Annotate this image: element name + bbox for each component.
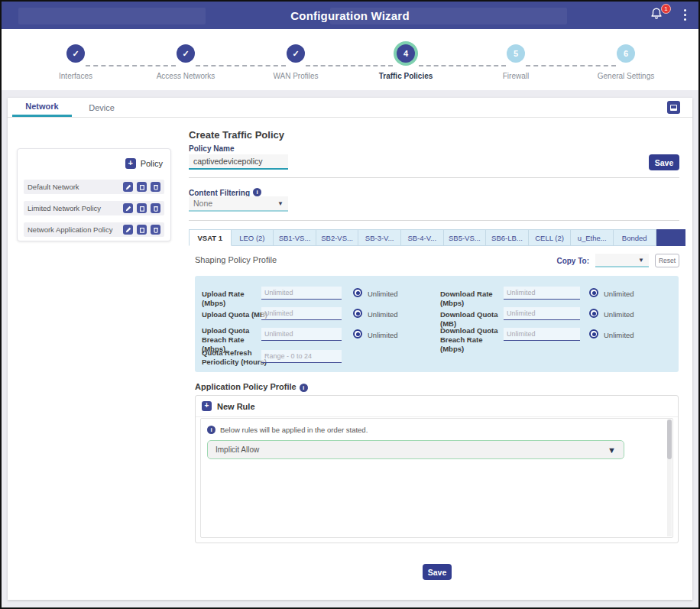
- step-label: Firewall: [470, 72, 562, 80]
- delete-icon[interactable]: [151, 203, 160, 213]
- reset-button[interactable]: Reset: [655, 254, 679, 267]
- copy-to-row: Copy To: ▼ Reset: [556, 254, 679, 267]
- scrollbar[interactable]: [667, 419, 672, 536]
- step-wan-profiles[interactable]: ✓ WAN Profiles: [250, 44, 342, 80]
- wan-tab-u-ethe[interactable]: u_Ethe...: [571, 229, 614, 246]
- upload-quota-breach-unlimited-radio[interactable]: [353, 329, 362, 339]
- download-quota-breach-rate-label: Download Quota Breach Rate (Mbps): [440, 326, 506, 354]
- policy-row-limited-network-policy[interactable]: Limited Network Policy: [24, 201, 164, 215]
- download-quota-input[interactable]: [504, 307, 580, 320]
- save-policy-button[interactable]: Save: [649, 154, 679, 170]
- chevron-down-icon: ▼: [608, 445, 616, 455]
- rule-value: Implicit Allow: [216, 445, 259, 454]
- unlimited-label: Unlimited: [368, 331, 398, 339]
- wan-tab-vsat-1[interactable]: VSAT 1: [189, 229, 232, 246]
- step-interfaces[interactable]: ✓ Interfaces: [30, 44, 122, 80]
- unlimited-label: Unlimited: [604, 310, 634, 319]
- policy-name-input[interactable]: [189, 154, 288, 170]
- notifications-button[interactable]: 1: [650, 7, 666, 24]
- copy-icon[interactable]: [137, 225, 147, 235]
- content-filtering-value: None: [193, 199, 212, 208]
- tab-device[interactable]: Device: [72, 98, 131, 117]
- step-check-icon: ✓: [287, 44, 305, 63]
- chevron-down-icon: ▼: [638, 257, 644, 264]
- add-policy-button[interactable]: + Policy: [125, 158, 163, 169]
- step-check-icon: ✓: [66, 44, 85, 63]
- content-filtering-select[interactable]: None ▼: [189, 196, 288, 212]
- delete-icon[interactable]: [151, 182, 160, 192]
- plus-icon: +: [125, 158, 136, 169]
- download-quota-breach-unlimited-radio[interactable]: [589, 329, 598, 339]
- rules-info-row: i Below rules will be applied in the ord…: [207, 426, 368, 434]
- wan-tab-sb4[interactable]: SB-4-V...: [401, 229, 444, 246]
- kebab-menu-icon[interactable]: [683, 9, 686, 23]
- create-traffic-policy-section: Create Traffic Policy Policy Name Save C…: [189, 98, 685, 600]
- shaping-policy-panel: Upload Rate (Mbps) Unlimited Download Ra…: [195, 276, 679, 372]
- download-rate-input[interactable]: [504, 287, 580, 300]
- notification-badge: 1: [661, 4, 671, 14]
- upload-rate-label: Upload Rate (Mbps): [202, 290, 267, 308]
- divider: [189, 220, 679, 221]
- tab-network[interactable]: Network: [12, 98, 72, 117]
- download-quota-unlimited-radio[interactable]: [589, 309, 598, 318]
- divider: [189, 177, 679, 178]
- quota-refresh-periodicity-input[interactable]: [261, 350, 342, 363]
- wan-tab-sb3[interactable]: SB-3-V...: [358, 229, 401, 246]
- edit-icon[interactable]: [123, 203, 133, 213]
- page-title: Configuration Wizard: [2, 2, 698, 29]
- step-general-settings[interactable]: 6 General Settings: [580, 44, 672, 80]
- wan-tab-cell[interactable]: CELL (2): [529, 229, 572, 246]
- wan-tab-sb1[interactable]: SB1-VS...: [274, 229, 316, 246]
- unlimited-label: Unlimited: [368, 310, 398, 319]
- implicit-allow-select[interactable]: Implicit Allow ▼: [207, 440, 624, 459]
- shaping-policy-profile-title: Shaping Policy Profile: [195, 255, 277, 264]
- upload-quota-label: Upload Quota (MB): [202, 310, 267, 319]
- wan-tab-sb5[interactable]: SB5-VS...: [444, 229, 487, 246]
- unlimited-label: Unlimited: [604, 290, 634, 298]
- unlimited-label: Unlimited: [604, 331, 634, 339]
- step-number: 6: [617, 44, 635, 63]
- upload-rate-input[interactable]: [261, 287, 342, 300]
- copy-icon[interactable]: [137, 203, 147, 213]
- step-label: General Settings: [580, 72, 672, 80]
- upload-rate-unlimited-radio[interactable]: [353, 288, 362, 297]
- policy-name: Network Application Policy: [28, 225, 123, 234]
- step-access-networks[interactable]: ✓ Access Networks: [140, 44, 232, 80]
- download-quota-breach-rate-input[interactable]: [504, 328, 580, 341]
- upload-quota-breach-rate-input[interactable]: [261, 328, 342, 341]
- step-label: Traffic Policies: [360, 72, 452, 80]
- section-heading: Create Traffic Policy: [189, 129, 284, 141]
- info-icon: i: [207, 426, 216, 434]
- configuration-wizard-window: Configuration Wizard 1 ✓ Interfaces ✓ Ac…: [0, 0, 700, 609]
- chevron-down-icon: ▼: [277, 200, 284, 207]
- step-check-icon: ✓: [177, 44, 195, 63]
- info-icon[interactable]: i: [300, 384, 308, 392]
- step-label: WAN Profiles: [250, 72, 342, 80]
- wan-tab-leo[interactable]: LEO (2): [232, 229, 274, 246]
- step-firewall[interactable]: 5 Firewall: [470, 44, 562, 80]
- wan-tab-sb2[interactable]: SB2-VS...: [316, 229, 359, 246]
- upload-quota-input[interactable]: [261, 307, 342, 320]
- step-number: 4: [397, 44, 415, 63]
- info-icon[interactable]: i: [253, 188, 261, 196]
- upload-quota-unlimited-radio[interactable]: [353, 309, 362, 318]
- new-rule-button[interactable]: + New Rule: [196, 396, 678, 417]
- policy-row-default-network[interactable]: Default Network: [24, 180, 164, 194]
- step-traffic-policies[interactable]: 4 Traffic Policies: [360, 44, 452, 80]
- quota-refresh-periodicity-label: Quota Refresh Periodicity (Hours): [202, 348, 267, 367]
- policy-name-label: Policy Name: [189, 144, 234, 153]
- copy-to-select[interactable]: ▼: [595, 254, 649, 267]
- edit-icon[interactable]: [123, 182, 133, 192]
- save-traffic-policy-button[interactable]: Save: [423, 564, 452, 580]
- content-card: Network Device + Policy Default Network …: [8, 98, 692, 600]
- download-rate-unlimited-radio[interactable]: [589, 288, 598, 297]
- copy-icon[interactable]: [137, 182, 147, 192]
- delete-icon[interactable]: [151, 225, 160, 235]
- wan-tab-sb6[interactable]: SB6-LB...: [486, 229, 529, 246]
- plus-icon: +: [202, 401, 212, 411]
- wan-tab-bonded[interactable]: Bonded: [614, 229, 656, 246]
- add-policy-label: Policy: [141, 159, 163, 168]
- policy-row-network-application-policy[interactable]: Network Application Policy: [24, 222, 164, 237]
- edit-icon[interactable]: [123, 225, 133, 235]
- step-label: Access Networks: [140, 72, 232, 80]
